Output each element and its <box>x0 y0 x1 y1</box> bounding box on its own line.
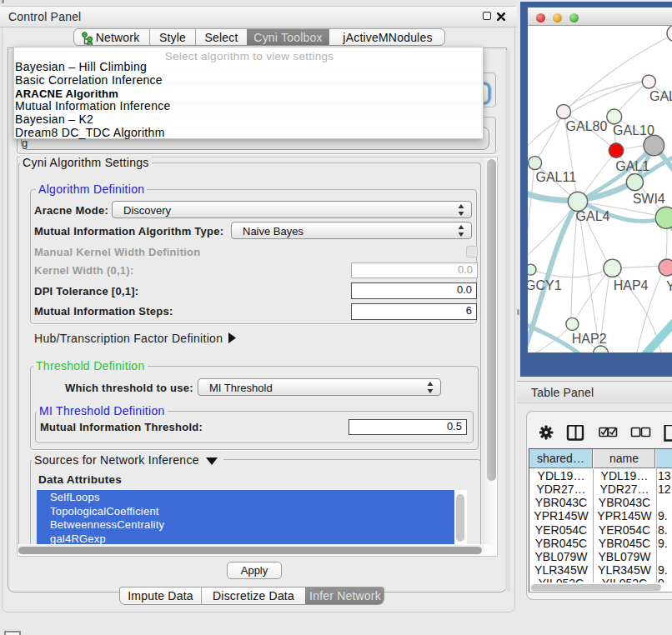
svg-text:GAL11: GAL11 <box>535 170 576 184</box>
svg-text:HAP2: HAP2 <box>572 332 607 346</box>
svg-text:GAL10: GAL10 <box>613 123 654 138</box>
svg-text:YM: YM <box>666 279 672 293</box>
svg-text:GCY1: GCY1 <box>528 278 562 292</box>
svg-text:SWI4: SWI4 <box>633 192 665 206</box>
svg-text:GAL1: GAL1 <box>615 159 649 173</box>
svg-text:GAL8: GAL8 <box>649 89 672 103</box>
svg-text:GAL80: GAL80 <box>566 119 608 133</box>
svg-text:HAP4: HAP4 <box>614 278 649 292</box>
svg-text:GAL4: GAL4 <box>576 209 610 223</box>
